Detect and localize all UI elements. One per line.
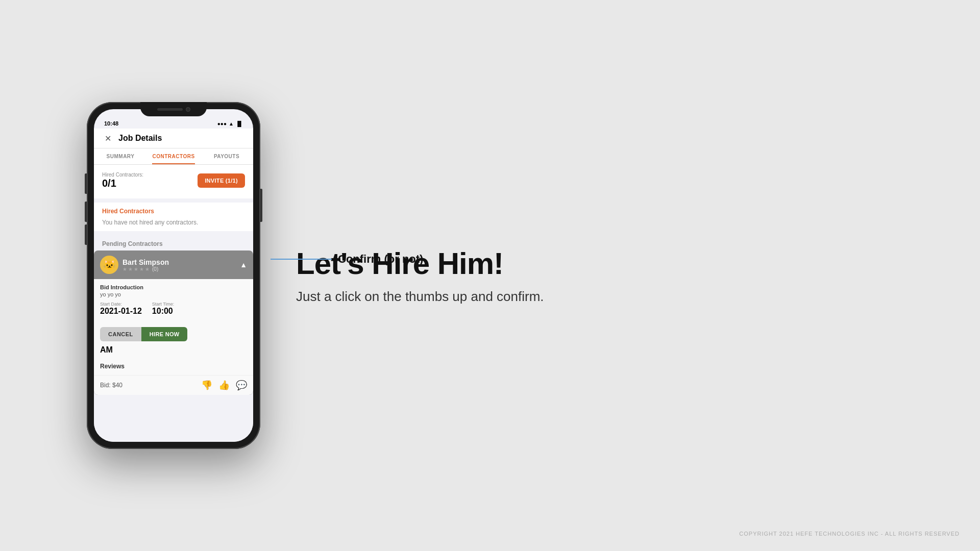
- dates-row: Start Date: 2021-01-12 Start Time: 10:00: [100, 302, 247, 316]
- start-date-label: Start Date:: [100, 302, 142, 307]
- hired-contractors-section: Hired Contractors: 0/1 INVITE (1/1): [94, 165, 253, 198]
- avatar: 🐱: [100, 256, 118, 274]
- tab-contractors[interactable]: CONTRACTORS: [147, 148, 200, 164]
- reviews-title: Reviews: [100, 363, 247, 370]
- star-5: ★: [145, 266, 150, 272]
- action-icons: 👎 👍 💬: [201, 380, 247, 391]
- confirm-overlay: CANCEL HIRE NOW: [94, 323, 253, 345]
- star-2: ★: [128, 266, 133, 272]
- copyright: COPYRIGHT 2021 HEFE TECHNOLOGIES INC - A…: [739, 531, 960, 537]
- chevron-up-icon[interactable]: ▲: [240, 261, 247, 269]
- no-hired-text: You have not hired any contractors.: [94, 217, 253, 231]
- battery-icon: ▐▌: [236, 121, 243, 127]
- section-divider: [94, 231, 253, 235]
- close-button[interactable]: ✕: [102, 133, 113, 144]
- thumbs-down-icon[interactable]: 👎: [201, 380, 212, 391]
- contractor-card: 🐱 Bart Simpson ★ ★ ★ ★ ★ (0): [94, 251, 253, 395]
- rating-count: (0): [152, 266, 158, 272]
- tab-payouts[interactable]: PAYOUTS: [200, 148, 253, 164]
- phone-mockup: 10:48 ●●● ▲ ▐▌ ✕ Job Details SUMMARY CON…: [87, 102, 260, 449]
- start-date-item: Start Date: 2021-01-12: [100, 302, 142, 316]
- confirm-line: Confirm (or not): [271, 253, 423, 266]
- cancel-button[interactable]: CANCEL: [100, 327, 141, 341]
- thumbs-up-icon[interactable]: 👍: [218, 380, 230, 391]
- bid-amount: Bid: $40: [100, 382, 122, 389]
- status-icons: ●●● ▲ ▐▌: [217, 121, 243, 127]
- reviews-section: Reviews: [94, 358, 253, 375]
- star-1: ★: [122, 266, 127, 272]
- time-am: AM: [100, 345, 113, 354]
- confirm-connector-line: [271, 259, 332, 260]
- wifi-icon: ▲: [229, 121, 234, 127]
- notch-speaker: [157, 108, 183, 111]
- card-body: Bid Introduction yo yo yo Start Date: 20…: [94, 279, 253, 323]
- comment-icon[interactable]: 💬: [236, 380, 247, 391]
- hired-label: Hired Contractors:: [102, 172, 143, 178]
- phone-notch: [140, 102, 207, 116]
- start-time-item: Start Time: 10:00: [152, 302, 175, 316]
- contractor-info: Bart Simpson ★ ★ ★ ★ ★ (0): [122, 258, 169, 272]
- app-content: Hired Contractors: 0/1 INVITE (1/1) Hire…: [94, 165, 253, 442]
- bid-intro-text: yo yo yo: [100, 291, 247, 297]
- card-left: 🐱 Bart Simpson ★ ★ ★ ★ ★ (0): [100, 256, 169, 274]
- star-3: ★: [134, 266, 138, 272]
- app-header: ✕ Job Details: [94, 129, 253, 148]
- hire-now-button[interactable]: HIRE NOW: [141, 327, 188, 341]
- phone-shell: 10:48 ●●● ▲ ▐▌ ✕ Job Details SUMMARY CON…: [87, 102, 260, 449]
- tab-summary[interactable]: SUMMARY: [94, 148, 147, 164]
- confirm-text: Confirm (or not): [338, 253, 423, 266]
- hired-header: Hired Contractors: 0/1 INVITE (1/1): [102, 172, 245, 189]
- status-bar: 10:48 ●●● ▲ ▐▌: [94, 116, 253, 129]
- contractor-name: Bart Simpson: [122, 258, 169, 266]
- status-time: 10:48: [104, 120, 118, 127]
- hired-info: Hired Contractors: 0/1: [102, 172, 143, 189]
- star-4: ★: [139, 266, 144, 272]
- app-title: Job Details: [118, 134, 162, 143]
- start-date-value: 2021-01-12: [100, 307, 142, 316]
- card-header: 🐱 Bart Simpson ★ ★ ★ ★ ★ (0): [94, 251, 253, 279]
- star-rating: ★ ★ ★ ★ ★ (0): [122, 266, 169, 272]
- subheadline: Just a click on the thumbs up and confir…: [296, 289, 653, 305]
- bid-intro-label: Bid Introduction: [100, 284, 247, 290]
- pending-contractors-label: Pending Contractors: [94, 235, 253, 251]
- start-time-value: 10:00: [152, 307, 175, 316]
- tab-bar: SUMMARY CONTRACTORS PAYOUTS: [94, 148, 253, 165]
- notch-camera: [186, 107, 190, 112]
- invite-button[interactable]: INVITE (1/1): [198, 173, 245, 188]
- signal-icon: ●●●: [217, 121, 227, 127]
- hired-contractors-label: Hired Contractors: [94, 203, 253, 217]
- phone-screen: 10:48 ●●● ▲ ▐▌ ✕ Job Details SUMMARY CON…: [94, 109, 253, 442]
- card-footer: Bid: $40 👎 👍 💬: [94, 375, 253, 395]
- start-time-label: Start Time:: [152, 302, 175, 307]
- hired-count: 0/1: [102, 178, 143, 189]
